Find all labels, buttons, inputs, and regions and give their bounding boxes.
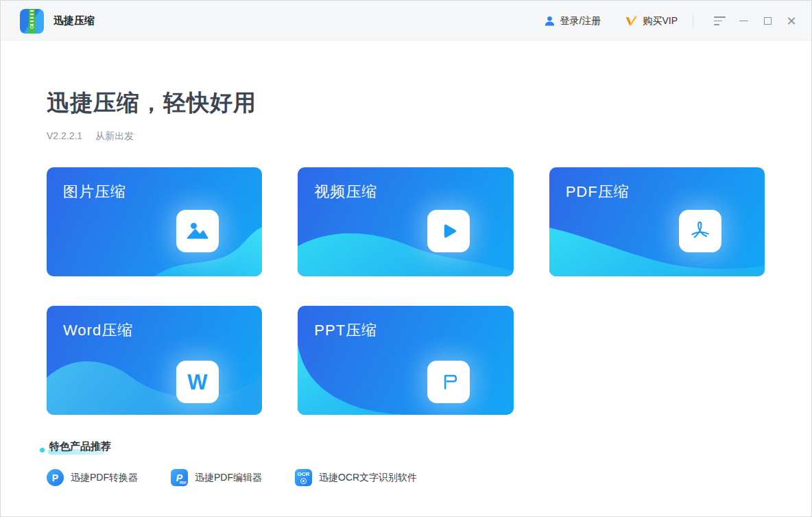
menu-button[interactable] [709,11,730,32]
play-icon [427,210,470,252]
card-video-compress[interactable]: 视频压缩 [298,167,513,276]
product-pdf-editor[interactable]: P PDF 迅捷PDF编辑器 [171,469,262,486]
app-window: 迅捷压缩 登录/注册 购买VIP [0,0,812,517]
buy-vip-label: 购买VIP [643,15,678,27]
card-image-compress[interactable]: 图片压缩 [47,167,262,276]
featured-heading: 特色产品推荐 [49,440,111,453]
close-button[interactable]: ✕ [781,11,802,32]
login-register-button[interactable]: 登录/注册 [544,15,601,27]
version-slogan: 从新出发 [95,130,134,143]
word-letter: W [187,372,207,393]
menu-icon [714,16,726,25]
close-icon: ✕ [786,15,796,27]
user-icon [544,15,556,27]
product-label: 迅捷PDF编辑器 [195,472,262,484]
card-title: PPT压缩 [314,320,377,341]
maximize-icon [764,17,772,25]
app-title: 迅捷压缩 [53,14,95,27]
cyan-dot-icon [40,448,45,453]
product-ocr-software[interactable]: OCR 迅捷OCR文字识别软件 [295,469,417,486]
feature-cards: 图片压缩 视频压缩 [47,167,765,415]
page-title: 迅捷压缩，轻快好用 [47,88,765,119]
card-ppt-compress[interactable]: PPT压缩 [298,306,513,415]
product-pdf-converter[interactable]: P 迅捷PDF转换器 [47,469,138,486]
card-pdf-compress[interactable]: PDF压缩 [549,167,765,276]
card-title: PDF压缩 [566,182,630,202]
main-content: 迅捷压缩，轻快好用 V2.2.2.1 从新出发 图片压缩 [1,88,811,486]
buy-vip-button[interactable]: 购买VIP [624,15,678,27]
ocr-icon: OCR [295,469,312,486]
ppt-icon [427,361,470,403]
maximize-button[interactable] [757,11,778,32]
image-icon [176,210,219,252]
word-icon: W [176,361,219,403]
featured-section: 特色产品推荐 P 迅捷PDF转换器 P PDF 迅捷PDF编辑器 [47,440,765,486]
minimize-button[interactable] [733,11,754,32]
product-label: 迅捷PDF转换器 [71,472,138,484]
app-logo-icon [20,9,44,34]
pdf-icon [679,210,721,252]
pdf-converter-icon: P [47,469,64,486]
card-title: 图片压缩 [63,182,126,202]
login-register-label: 登录/注册 [560,15,601,27]
vip-icon [624,15,638,27]
card-title: Word压缩 [63,320,133,341]
titlebar: 迅捷压缩 登录/注册 购买VIP [1,1,811,41]
version-number: V2.2.2.1 [47,130,82,141]
product-links: P 迅捷PDF转换器 P PDF 迅捷PDF编辑器 OCR [47,469,765,486]
pdf-editor-icon: P PDF [171,469,188,486]
card-title: 视频压缩 [314,182,377,202]
product-label: 迅捷OCR文字识别软件 [319,472,417,484]
version-line: V2.2.2.1 从新出发 [47,130,765,143]
titlebar-divider [693,15,693,27]
card-word-compress[interactable]: Word压缩 W [47,306,262,415]
eye-icon [300,478,307,484]
minimize-icon [739,21,748,22]
